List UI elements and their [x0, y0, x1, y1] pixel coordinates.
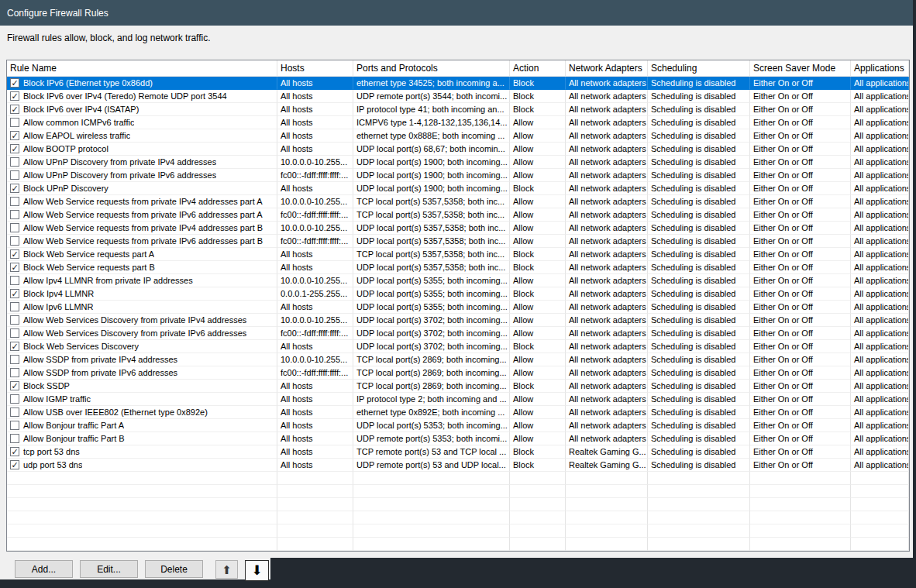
rule-enabled-checkbox-checked[interactable]: [10, 342, 19, 351]
column-header-hosts[interactable]: Hosts: [277, 60, 353, 77]
add-button[interactable]: Add...: [15, 560, 73, 578]
column-header-screen-saver-mode[interactable]: Screen Saver Mode: [750, 60, 851, 77]
rule-row[interactable]: Block Web Service requests part BAll hos…: [7, 261, 909, 274]
rule-enabled-checkbox-unchecked[interactable]: [10, 170, 19, 180]
column-header-rule-name[interactable]: Rule Name: [7, 60, 277, 77]
rule-row[interactable]: Allow Web Service requests from private …: [7, 195, 909, 208]
rule-row[interactable]: Allow common ICMPv6 trafficAll hostsICMP…: [7, 116, 909, 129]
delete-button[interactable]: Delete: [145, 560, 203, 578]
move-down-button[interactable]: ⬇: [245, 560, 269, 581]
rule-enabled-checkbox-unchecked[interactable]: [10, 355, 19, 364]
empty-cell: [510, 511, 566, 524]
rule-row[interactable]: Allow SSDP from private IPv4 addresses10…: [7, 353, 909, 366]
rule-row[interactable]: Allow Ipv6 LLMNRAll hostsUDP local port(…: [7, 301, 909, 314]
rule-enabled-checkbox-unchecked[interactable]: [10, 236, 19, 246]
rule-row[interactable]: Allow Bonjour traffic Part BAll hostsUDP…: [7, 432, 909, 445]
column-header-ports-protocols[interactable]: Ports and Protocols: [353, 60, 510, 77]
rule-row[interactable]: Allow Ipv4 LLMNR from private IP address…: [7, 274, 909, 287]
rule-enabled-checkbox-unchecked[interactable]: [10, 223, 19, 232]
rule-row[interactable]: Allow SSDP from private IPv6 addressesfc…: [7, 366, 909, 380]
action-cell: Allow: [510, 129, 566, 143]
rule-name-text: Block Web Service requests part B: [23, 262, 155, 273]
rule-enabled-checkbox-unchecked[interactable]: [10, 407, 19, 417]
rule-row[interactable]: Allow UPnP Discovery from private IPv6 a…: [7, 169, 909, 182]
rule-enabled-checkbox-checked[interactable]: [10, 381, 19, 390]
rule-name-text: Allow UPnP Discovery from private IPv4 a…: [23, 156, 216, 168]
rule-row[interactable]: udp port 53 dnsAll hostsUDP remote port(…: [7, 459, 909, 472]
network-adapters-cell: All network adapters: [566, 406, 648, 419]
rule-enabled-checkbox-checked[interactable]: [10, 289, 19, 298]
rule-row[interactable]: Allow IGMP trafficAll hostsIP protocol t…: [7, 393, 909, 406]
rule-enabled-checkbox-unchecked[interactable]: [10, 118, 19, 127]
scheduling-cell: Scheduling is disabled: [648, 419, 750, 432]
empty-row: [7, 498, 909, 511]
rule-row[interactable]: Allow Web Service requests from private …: [7, 208, 909, 222]
rule-enabled-checkbox-checked[interactable]: [10, 144, 19, 153]
column-header-action[interactable]: Action: [510, 60, 566, 77]
rule-row[interactable]: Block Web Services DiscoveryAll hostsUDP…: [7, 340, 909, 353]
rule-enabled-checkbox-unchecked[interactable]: [10, 434, 19, 443]
move-up-button[interactable]: ⬆: [215, 560, 238, 579]
rule-row[interactable]: tcp port 53 dnsAll hostsTCP remote port(…: [7, 445, 909, 459]
rule-enabled-checkbox-unchecked[interactable]: [10, 328, 19, 338]
rule-row[interactable]: Allow USB over IEEE802 (Ethernet type 0x…: [7, 406, 909, 419]
rule-row[interactable]: Allow Web Service requests from private …: [7, 235, 909, 248]
rule-enabled-checkbox-checked[interactable]: [10, 460, 19, 469]
action-cell: Block: [510, 248, 566, 261]
rule-enabled-checkbox-unchecked[interactable]: [10, 197, 19, 206]
scheduling-cell: Scheduling is disabled: [648, 459, 750, 472]
hosts-cell: fc00::-fdff:ffff:ffff:...: [277, 208, 353, 222]
rule-row[interactable]: Allow UPnP Discovery from private IPv4 a…: [7, 156, 909, 169]
down-arrow-icon: ⬇: [251, 564, 262, 577]
rule-row[interactable]: Block IPv6 over IPv4 (Teredo) Remote UDP…: [7, 90, 909, 103]
rule-enabled-checkbox-checked[interactable]: [10, 263, 19, 272]
action-cell: Block: [510, 287, 566, 301]
rule-enabled-checkbox-checked[interactable]: [10, 131, 19, 140]
ports-protocols-cell: TCP local port(s) 2869; both incoming...: [353, 353, 510, 366]
rule-enabled-checkbox-unchecked[interactable]: [10, 315, 19, 325]
ports-protocols-cell: UDP remote port(s) 53 and UDP local...: [353, 459, 510, 472]
rule-enabled-checkbox-checked[interactable]: [10, 184, 19, 193]
network-adapters-cell: All network adapters: [566, 366, 648, 380]
hosts-cell: All hosts: [277, 393, 353, 406]
window-titlebar[interactable]: Configure Firewall Rules: [0, 0, 913, 26]
column-header-scheduling[interactable]: Scheduling: [648, 60, 750, 77]
empty-row: [7, 485, 909, 498]
rule-enabled-checkbox-unchecked[interactable]: [10, 421, 19, 430]
rule-row[interactable]: Allow EAPOL wireless trafficAll hostseth…: [7, 129, 909, 143]
rule-enabled-checkbox-unchecked[interactable]: [10, 394, 19, 404]
empty-cell: [750, 472, 851, 485]
scheduling-cell: Scheduling is disabled: [648, 261, 750, 274]
rule-enabled-checkbox-checked[interactable]: [10, 78, 19, 88]
rule-row[interactable]: Block Web Service requests part AAll hos…: [7, 248, 909, 261]
rule-row[interactable]: Block Ipv4 LLMNR0.0.0.1-255.255...UDP lo…: [7, 287, 909, 301]
action-cell: Allow: [510, 169, 566, 182]
rule-row[interactable]: Block IPv6 over IPv4 (ISATAP)All hostsIP…: [7, 103, 909, 116]
network-adapters-cell: All network adapters: [566, 314, 648, 327]
rule-row[interactable]: Allow Web Services Discovery from privat…: [7, 327, 909, 340]
rule-enabled-checkbox-checked[interactable]: [10, 447, 19, 456]
rule-row[interactable]: Allow Web Service requests from private …: [7, 222, 909, 235]
rule-enabled-checkbox-unchecked[interactable]: [10, 157, 19, 167]
empty-cell: [648, 485, 750, 498]
rule-row[interactable]: Block IPv6 (Ethernet type 0x86dd)All hos…: [7, 77, 909, 90]
rule-name-text: Block SSDP: [23, 380, 70, 392]
screen-saver-mode-cell: Either On or Off: [750, 90, 851, 103]
column-header-applications[interactable]: Applications: [851, 60, 909, 77]
rule-enabled-checkbox-checked[interactable]: [10, 91, 19, 101]
rule-row[interactable]: Block SSDPAll hostsTCP local port(s) 286…: [7, 380, 909, 393]
rule-row[interactable]: Allow Bonjour traffic Part AAll hostsUDP…: [7, 419, 909, 432]
rule-enabled-checkbox-unchecked[interactable]: [10, 368, 19, 377]
rule-row[interactable]: Allow BOOTP protocolAll hostsUDP local p…: [7, 143, 909, 156]
rule-enabled-checkbox-unchecked[interactable]: [10, 210, 19, 219]
rule-enabled-checkbox-unchecked[interactable]: [10, 276, 19, 285]
desktop-background-area: [270, 558, 916, 588]
edit-button[interactable]: Edit...: [80, 560, 138, 578]
rule-row[interactable]: Allow Web Services Discovery from privat…: [7, 314, 909, 327]
screen-saver-mode-cell: Either On or Off: [750, 419, 851, 432]
rule-enabled-checkbox-checked[interactable]: [10, 249, 19, 259]
rule-enabled-checkbox-checked[interactable]: [10, 105, 19, 114]
rule-enabled-checkbox-unchecked[interactable]: [10, 302, 19, 311]
column-header-network-adapters[interactable]: Network Adapters: [566, 60, 648, 77]
rule-row[interactable]: Block UPnP DiscoveryAll hostsUDP local p…: [7, 182, 909, 195]
